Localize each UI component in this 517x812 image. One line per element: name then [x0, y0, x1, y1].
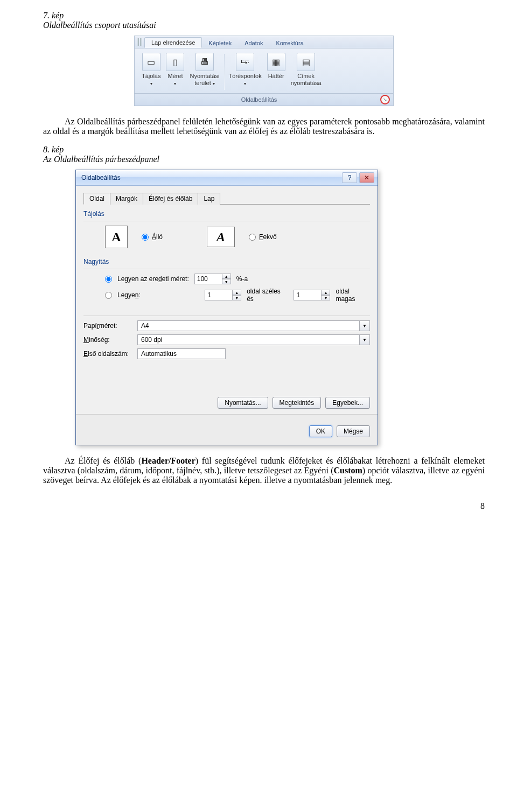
adjust-to-label: Legyen az eredeti méret:Legyen az eredet… — [117, 275, 189, 283]
pages-wide-suffix: oldal széles és — [247, 288, 288, 303]
chevron-down-icon: ▾ — [150, 81, 152, 86]
ribbon-tab-layout[interactable]: Lap elrendezése — [144, 37, 202, 48]
ribbon-screenshot: Lap elrendezése Képletek Adatok Korrektú… — [134, 36, 394, 106]
adjust-to-radio[interactable] — [105, 276, 112, 283]
print-area-icon: 🖶 — [195, 53, 214, 71]
portrait-label: ÁÁllólló — [152, 233, 163, 241]
background-label: Háttér — [268, 73, 284, 80]
paper-size-label: Papírméret:Papírméret: — [83, 322, 132, 330]
landscape-label: FekvőFekvő — [259, 233, 277, 241]
spin-up-icon[interactable]: ▲ — [222, 274, 231, 279]
cancel-button[interactable]: Mégse — [337, 425, 370, 437]
spin-down-icon[interactable]: ▼ — [222, 279, 231, 284]
tab-sheet[interactable]: Lap — [198, 193, 220, 205]
portrait-radio[interactable] — [142, 234, 149, 241]
size-icon: ▯ — [166, 53, 184, 71]
zoom-percent-input[interactable] — [194, 274, 222, 284]
figure8-caption: Az Oldalbeállítás párbeszédpanel — [43, 155, 485, 164]
pages-tall-suffix: oldal magas — [336, 288, 370, 303]
landscape-radio[interactable] — [249, 234, 256, 241]
tab-margins[interactable]: Margók — [110, 193, 143, 205]
page-number: 8 — [43, 501, 485, 511]
zoom-section-label: Nagyítás — [83, 258, 370, 265]
spin-down-icon[interactable]: ▼ — [233, 295, 241, 300]
ok-button[interactable]: OK — [309, 425, 332, 437]
page-setup-dialog: Oldalbeállítás ? ✕ Oldal Margók Élőfej é… — [75, 170, 378, 445]
percent-suffix: %-a — [236, 275, 248, 283]
orientation-icon: ▭ — [142, 53, 160, 71]
chevron-down-icon: ▾ — [213, 81, 215, 86]
paper-size-combo[interactable] — [137, 320, 360, 331]
dialog-launcher-icon[interactable]: ↘ — [380, 95, 390, 104]
chevron-down-icon[interactable]: ▼ — [360, 320, 370, 331]
first-page-label: Első oldalszám:Első oldalszám: — [83, 350, 132, 358]
ribbon-handle — [137, 38, 142, 46]
portrait-icon: A — [105, 226, 128, 248]
first-page-input[interactable] — [137, 348, 226, 359]
orientation-label: Tájolás — [142, 73, 160, 79]
tab-page[interactable]: Oldal — [83, 193, 110, 205]
fit-to-label: Legyen:Legyen: — [117, 291, 199, 299]
figure8-label: 8. kép — [43, 145, 485, 155]
breaks-icon: ⮓ — [236, 53, 254, 71]
background-icon: ▦ — [267, 53, 285, 71]
ribbon-orientation[interactable]: ▭ Tájolás▾ — [140, 52, 162, 92]
pages-tall-input[interactable] — [294, 290, 322, 300]
print-area-label1: Nyomtatási — [190, 73, 219, 79]
print-quality-combo[interactable] — [137, 334, 360, 345]
fit-to-radio[interactable] — [105, 292, 112, 299]
size-label: Méret — [167, 73, 183, 79]
paragraph-1: Az Oldalbeállítás párbeszédpanel felület… — [43, 117, 485, 136]
close-button[interactable]: ✕ — [359, 172, 374, 183]
titles-label2: nyomtatása — [291, 80, 322, 86]
preview-button[interactable]: Megtekintés — [273, 397, 322, 409]
chevron-down-icon: ▾ — [244, 81, 246, 86]
print-titles-icon: ▤ — [297, 53, 315, 71]
spin-up-icon[interactable]: ▲ — [322, 290, 330, 295]
tab-header-footer[interactable]: Élőfej és élőláb — [143, 193, 198, 205]
print-button[interactable]: Nyomtatás... — [218, 397, 268, 409]
ribbon-breaks[interactable]: ⮓ Töréspontok▾ — [227, 52, 263, 92]
figure7-caption: Oldalbeállítás csoport utasításai — [43, 20, 485, 30]
chevron-down-icon[interactable]: ▼ — [360, 334, 370, 345]
figure7-label: 7. kép — [43, 11, 485, 20]
landscape-icon: A — [207, 227, 235, 247]
dialog-title: Oldalbeállítás — [81, 174, 121, 181]
ribbon-print-titles[interactable]: ▤ Címeknyomtatása — [289, 52, 323, 92]
print-quality-label: Minőség:Minőség: — [83, 336, 132, 344]
help-button[interactable]: ? — [342, 172, 357, 183]
ribbon-group-label: Oldalbeállítás — [241, 96, 277, 103]
orientation-section-label: Tájolás — [83, 210, 370, 218]
breaks-label: Töréspontok — [229, 73, 262, 79]
ribbon-tab-formulas[interactable]: Képletek — [202, 38, 238, 48]
ribbon-print-area[interactable]: 🖶 Nyomtatásiterület ▾ — [188, 52, 221, 92]
spin-up-icon[interactable]: ▲ — [233, 290, 241, 295]
pages-wide-input[interactable] — [205, 290, 233, 300]
ribbon-background[interactable]: ▦ Háttér — [266, 52, 287, 92]
options-button[interactable]: Egyebek... — [325, 397, 370, 409]
ribbon-tab-data[interactable]: Adatok — [238, 38, 269, 48]
spin-down-icon[interactable]: ▼ — [322, 295, 330, 300]
ribbon-size[interactable]: ▯ Méret▾ — [164, 52, 186, 92]
titles-label1: Címek — [297, 73, 315, 79]
chevron-down-icon: ▾ — [174, 81, 176, 86]
ribbon-tab-review[interactable]: Korrektúra — [269, 38, 310, 48]
paragraph-2: Az Élőfej és élőláb (Header/Footer) fül … — [43, 456, 485, 485]
print-area-label2: terület — [194, 80, 211, 86]
